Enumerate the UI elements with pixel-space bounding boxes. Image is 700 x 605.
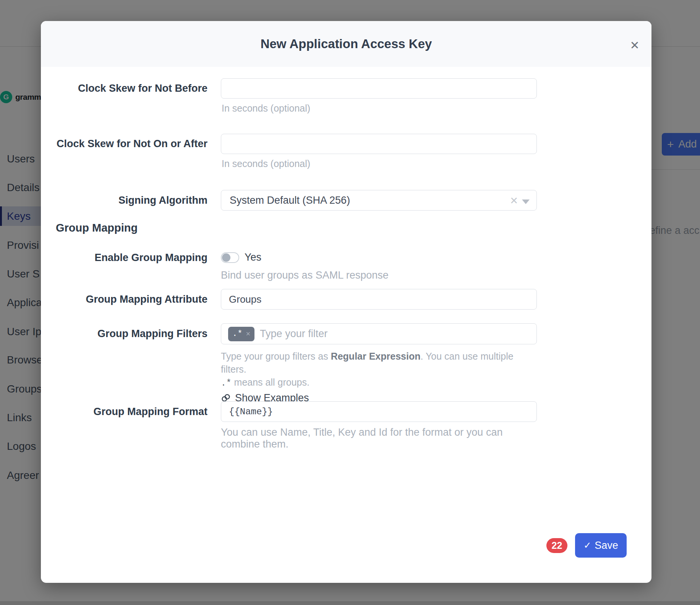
signing-algorithm-value: System Default (SHA 256) [230,195,350,206]
clock-skew-not-before-label: Clock Skew for Not Before [41,78,207,99]
group-mapping-attribute-input[interactable] [221,289,537,310]
check-icon: ✓ [583,540,591,551]
save-button-label: Save [595,540,618,551]
filters-helper-line1: Type your group filters as Regular Expre… [221,350,537,376]
enable-group-mapping-toggle[interactable] [221,252,239,263]
clock-skew-not-after-label: Clock Skew for Not On or After [41,134,207,154]
group-mapping-format-label: Group Mapping Format [41,401,207,422]
group-mapping-section-heading: Group Mapping [56,222,138,234]
filters-helper: Type your group filters as Regular Expre… [221,350,537,404]
toggle-knob [222,253,230,262]
group-mapping-format-input[interactable] [221,401,537,422]
group-mapping-filters-input[interactable] [260,328,533,340]
clock-skew-not-before-input[interactable] [221,78,537,99]
screen: G grammarly UsersDetailsKeysProvisiUser … [0,0,700,605]
signing-algorithm-label: Signing Algorithm [41,190,207,211]
regex-emphasis: Regular Expression [331,351,421,362]
toggle-state-label: Yes [245,251,261,263]
save-button[interactable]: ✓ Save [575,533,627,558]
group-mapping-filters-input-wrap: .* × [221,323,537,344]
group-mapping-attribute-label: Group Mapping Attribute [41,289,207,310]
caret-down-icon[interactable] [522,200,530,204]
modal-header: New Application Access Key [41,21,651,67]
enable-group-mapping-label: Enable Group Mapping [41,251,207,264]
clock-skew-not-before-helper: In seconds (optional) [222,103,537,114]
signing-algorithm-select[interactable]: System Default (SHA 256) ✕ [221,190,537,211]
notification-badge: 22 [546,538,567,553]
group-mapping-filters-label: Group Mapping Filters [41,323,207,344]
clear-icon[interactable]: ✕ [510,195,518,207]
group-mapping-format-helper: You can use Name, Title, Key and Id for … [221,427,537,450]
close-icon[interactable]: ✕ [628,39,642,52]
remove-tag-icon[interactable]: × [246,329,250,338]
filter-tag: .* × [228,327,254,341]
clock-skew-not-after-helper: In seconds (optional) [222,158,537,169]
new-access-key-modal: New Application Access Key ✕ Clock Skew … [41,21,651,583]
modal-title: New Application Access Key [261,37,432,51]
enable-group-mapping-helper: Bind user groups as SAML response [221,269,537,281]
filter-tag-value: .* [232,329,242,339]
filters-helper-line2: .* means all groups. [221,376,537,390]
clock-skew-not-after-input[interactable] [221,134,537,154]
